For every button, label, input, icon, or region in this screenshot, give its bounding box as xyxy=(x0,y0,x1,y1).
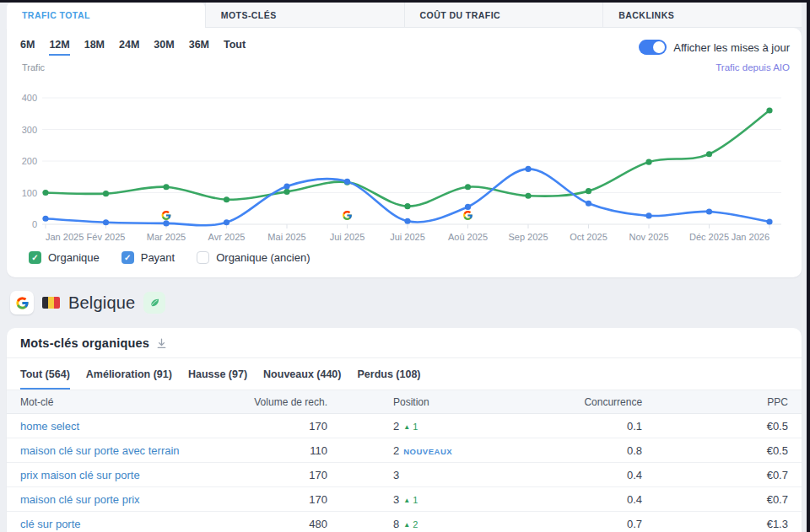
data-point-organique[interactable] xyxy=(586,188,591,194)
filter-perdus-108[interactable]: Perdus (108) xyxy=(358,368,421,390)
keywords-title: Mots-clés organiques xyxy=(20,336,149,350)
range-row: 6M12M18M24M30M36MTout Afficher les mises… xyxy=(12,28,796,59)
keyword-link[interactable]: maison clé sur porte prix xyxy=(20,493,251,506)
range-24m[interactable]: 24M xyxy=(119,39,139,56)
legend-organique[interactable]: ✓Organique xyxy=(29,251,100,264)
data-point-organique[interactable] xyxy=(42,190,48,196)
position-value: 3 xyxy=(393,493,399,506)
y-tick-label: 300 xyxy=(22,125,37,135)
data-point-payant[interactable] xyxy=(404,218,410,224)
belgium-flag-icon xyxy=(42,297,60,309)
range-30m[interactable]: 30M xyxy=(154,39,174,56)
data-point-payant[interactable] xyxy=(103,219,109,225)
ppc-value: €0.5 xyxy=(642,420,788,433)
range-tout[interactable]: Tout xyxy=(224,39,246,56)
data-point-organique[interactable] xyxy=(706,151,712,157)
data-point-organique[interactable] xyxy=(645,159,651,165)
volume-value: 170 xyxy=(251,493,327,506)
checked-checkbox-icon[interactable]: ✓ xyxy=(29,251,41,264)
data-point-organique[interactable] xyxy=(284,189,289,195)
legend-payant[interactable]: ✓Payant xyxy=(122,251,175,264)
data-point-organique[interactable] xyxy=(525,193,531,199)
col-header-position[interactable]: Position xyxy=(327,396,496,408)
traffic-line-chart[interactable]: 0100200300400Jan 2025Fév 2025Mar 2025Avr… xyxy=(12,73,796,250)
data-point-organique[interactable] xyxy=(465,184,471,190)
data-point-organique[interactable] xyxy=(103,191,109,196)
data-point-organique[interactable] xyxy=(404,203,410,209)
table-header: Mot-clé Volume de rech. Position Concurr… xyxy=(7,390,802,414)
google-update-icon[interactable] xyxy=(463,211,472,220)
data-point-payant[interactable] xyxy=(284,183,289,189)
data-point-payant[interactable] xyxy=(586,201,591,207)
x-tick-label: Avr 2025 xyxy=(208,232,246,242)
position-change-new: NOUVEAUX xyxy=(403,447,452,456)
table-row: maison clé sur porte prix1703▲ 10.4€0.7 xyxy=(7,487,802,512)
y-tick-label: 200 xyxy=(22,156,37,166)
keyword-link[interactable]: home select xyxy=(20,420,251,433)
data-point-payant[interactable] xyxy=(525,166,531,172)
data-point-payant[interactable] xyxy=(344,179,350,185)
volume-value: 170 xyxy=(251,420,327,433)
col-header-ppc[interactable]: PPC xyxy=(642,396,788,408)
time-range-selector: 6M12M18M24M30M36MTout xyxy=(20,39,246,56)
table-row: maison clé sur porte avec terrain1102NOU… xyxy=(7,438,802,463)
data-point-organique[interactable] xyxy=(224,196,230,202)
tab-trafic-total[interactable]: TRAFIC TOTAL xyxy=(7,3,205,28)
data-point-payant[interactable] xyxy=(163,220,169,226)
filter-nouveaux-440[interactable]: Nouveaux (440) xyxy=(263,368,341,390)
data-point-payant[interactable] xyxy=(766,218,772,224)
filter-am-lioration-91[interactable]: Amélioration (91) xyxy=(86,368,172,390)
filter-tout-564[interactable]: Tout (564) xyxy=(20,368,70,390)
ppc-value: €0.7 xyxy=(642,493,788,506)
keyword-link[interactable]: clé sur porte xyxy=(20,518,251,530)
keyword-link[interactable]: prix maison clé sur porte xyxy=(20,469,251,481)
legend-organique-ancien[interactable]: Organique (ancien) xyxy=(197,251,310,264)
col-header-keyword[interactable]: Mot-clé xyxy=(20,396,251,408)
google-update-icon[interactable] xyxy=(343,211,352,220)
x-tick-label: Jui 2025 xyxy=(390,232,425,242)
updates-toggle-label: Afficher les mises à jour xyxy=(673,41,790,54)
col-header-concurrence[interactable]: Concurrence xyxy=(496,396,642,408)
position-cell: 8▲ 2 xyxy=(327,518,496,530)
concurrence-value: 0.4 xyxy=(496,469,642,481)
data-point-payant[interactable] xyxy=(224,219,230,225)
data-point-payant[interactable] xyxy=(706,208,712,214)
position-value: 2 xyxy=(393,444,399,457)
unchecked-checkbox-icon[interactable] xyxy=(197,251,209,264)
data-point-payant[interactable] xyxy=(645,212,651,218)
data-point-organique[interactable] xyxy=(163,184,169,190)
table-row: home select1702▲ 10.1€0.5 xyxy=(7,414,802,438)
concurrence-value: 0.1 xyxy=(496,420,642,433)
tab-bar: TRAFIC TOTALMOTS-CLÉSCOÛT DU TRAFICBACKL… xyxy=(7,3,802,28)
keyword-link[interactable]: maison clé sur porte avec terrain xyxy=(20,444,251,457)
position-change-up: ▲ 1 xyxy=(403,495,418,505)
position-cell: 2NOUVEAUX xyxy=(327,444,496,457)
data-point-payant[interactable] xyxy=(465,204,471,210)
tab-co-t-du-trafic[interactable]: COÛT DU TRAFIC xyxy=(404,3,603,28)
range-12m[interactable]: 12M xyxy=(49,39,69,56)
seo-traffic-page: TRAFIC TOTALMOTS-CLÉSCOÛT DU TRAFICBACKL… xyxy=(0,0,810,532)
keywords-table-body: home select1702▲ 10.1€0.5maison clé sur … xyxy=(7,414,802,532)
ppc-value: €1.3 xyxy=(642,518,788,530)
tab-backlinks[interactable]: BACKLINKS xyxy=(602,3,802,28)
updates-toggle[interactable] xyxy=(639,40,667,55)
legend-label: Organique (ancien) xyxy=(216,251,310,264)
arrow-up-icon: ▲ xyxy=(403,423,410,431)
data-point-organique[interactable] xyxy=(766,107,772,113)
position-value: 3 xyxy=(393,469,399,481)
download-icon[interactable] xyxy=(156,338,167,349)
x-tick-label: Jan 2026 xyxy=(732,232,770,242)
google-update-icon[interactable] xyxy=(162,211,171,220)
range-6m[interactable]: 6M xyxy=(20,39,35,56)
checked-checkbox-icon[interactable]: ✓ xyxy=(122,251,134,264)
tab-mots-cl-s[interactable]: MOTS-CLÉS xyxy=(205,3,404,28)
country-row: Belgique xyxy=(10,288,802,317)
col-header-volume[interactable]: Volume de rech. xyxy=(251,396,327,408)
range-18m[interactable]: 18M xyxy=(84,39,105,56)
aio-traffic-link[interactable]: Trafic depuis AIO xyxy=(716,62,790,73)
data-point-payant[interactable] xyxy=(42,216,48,222)
concurrence-value: 0.8 xyxy=(496,444,642,457)
filter-hausse-97[interactable]: Hausse (97) xyxy=(188,368,247,390)
y-axis-title: Trafic xyxy=(22,62,45,73)
range-36m[interactable]: 36M xyxy=(189,39,209,56)
